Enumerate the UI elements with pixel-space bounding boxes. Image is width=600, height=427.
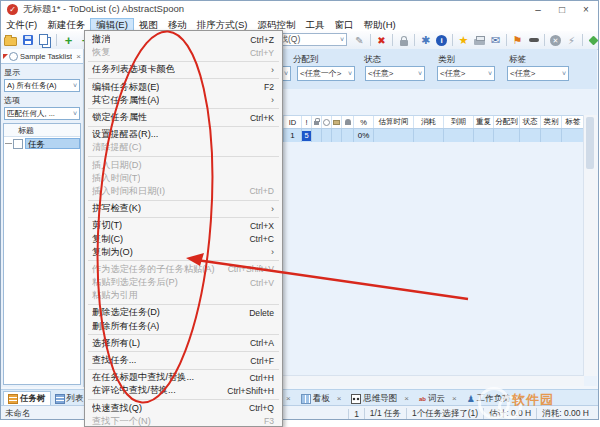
bolt-icon[interactable]: ⚡ [565, 34, 578, 47]
menu-item-insert-date[interactable]: 插入日期(D) [85, 159, 282, 172]
menu-window[interactable]: 窗口 [329, 18, 358, 31]
show-dropdown[interactable]: A) 所有任务(A) [4, 79, 80, 92]
lock-icon[interactable] [397, 34, 410, 47]
tab-task-tree[interactable]: 任务树 [3, 391, 51, 406]
workload-icon: ♟ [467, 395, 475, 403]
title-column-header[interactable]: 标题 [4, 124, 80, 137]
tasklist-tab-close-icon[interactable]: × [76, 52, 81, 61]
tab-close-icon[interactable]: × [452, 394, 457, 403]
col-recurrence[interactable]: 重复 [474, 116, 494, 128]
window-title: 无标题1* - ToDoList (c) AbstractSpoon [23, 3, 184, 16]
save-icon[interactable] [21, 34, 34, 47]
menu-item-undo[interactable]: 撤消Ctrl+Z [85, 33, 282, 46]
menu-item-copy-as[interactable]: 复制为(O) [85, 246, 282, 259]
menu-item-paste-as-reference[interactable]: 粘贴为引用 [85, 289, 282, 302]
tab-kanban[interactable]: 看板 [297, 393, 334, 405]
chevron-down-icon[interactable] [340, 36, 344, 43]
tasklist-tab[interactable]: Sample Tasklist × [1, 49, 83, 64]
offline-icon[interactable]: ✕ [549, 34, 562, 47]
filter-dropdown-tags[interactable]: <任意> [507, 66, 569, 81]
filter-dropdown-status[interactable]: <任意> [365, 66, 425, 81]
menu-item-copy[interactable]: 复制(C)Ctrl+C [85, 232, 282, 245]
link-icon[interactable] [527, 34, 540, 47]
menu-item-insert-datetime[interactable]: 插入时间和日期(I)Ctrl+D [85, 185, 282, 198]
menu-item-find-replace-in-titles[interactable]: 在任务标题中查找/替换...Ctrl+H [85, 371, 282, 384]
col-lock-icon[interactable] [312, 116, 322, 128]
open-tasklist-icon[interactable] [4, 34, 17, 47]
menu-item-other-task-attributes[interactable]: 其它任务属性(A) [85, 94, 282, 107]
menu-item-find-replace-in-comments[interactable]: 在评论中查找/替换...Ctrl+Shift+H [85, 384, 282, 397]
col-priority[interactable]: ! [302, 116, 312, 128]
filter-dropdown-category[interactable]: <任意> [437, 66, 495, 81]
task-tree-row[interactable]: 任务 [4, 137, 80, 150]
menu-item-paste-after-selected[interactable]: 粘贴到选定任务后(P)Ctrl+V [85, 276, 282, 289]
menu-item-lock-task-attributes[interactable]: 锁定任务属性Ctrl+K [85, 111, 282, 124]
chevron-down-icon [418, 70, 422, 77]
menu-item-cut[interactable]: 剪切(T)Ctrl+X [85, 219, 282, 232]
col-reminder-icon[interactable] [342, 116, 354, 128]
maximize-button[interactable]: □ [550, 1, 574, 18]
info-icon[interactable]: i [435, 34, 448, 47]
menu-item-delete-all-tasks[interactable]: 删除所有任务(A) [85, 320, 282, 333]
tab-label: 思维导图 [363, 393, 397, 405]
menu-item-set-reminder[interactable]: 设置提醒器(R)... [85, 128, 282, 141]
close-button[interactable]: × [574, 1, 598, 18]
menu-item-select-all[interactable]: 选择所有(L)Ctrl+A [85, 337, 282, 350]
filter-dropdown-allocated[interactable]: <任意一个> [297, 66, 355, 81]
minimize-button[interactable]: – [526, 1, 550, 18]
tab-wordcloud[interactable]: ab 词云 [415, 393, 449, 405]
menu-item-find-tasks[interactable]: 查找任务...Ctrl+F [85, 354, 282, 367]
tab-close-icon[interactable]: × [286, 394, 291, 403]
col-time-spent[interactable]: 消耗 [414, 116, 444, 128]
tag-icon[interactable] [587, 34, 599, 47]
menu-item-spell-check[interactable]: 拼写检查(K) [85, 202, 282, 215]
menu-separator [88, 351, 279, 352]
col-tags[interactable]: 标签 [562, 116, 584, 128]
col-percent[interactable]: % [354, 116, 374, 128]
new-task-icon[interactable]: + [62, 34, 75, 47]
task-checkbox[interactable] [13, 139, 23, 149]
settings-gear-icon[interactable]: ✱ [419, 34, 432, 47]
flag-icon[interactable]: ⚑ [511, 34, 524, 47]
copy-icon[interactable] [38, 34, 51, 47]
menu-item-redo[interactable]: 恢复Ctrl+Y [85, 46, 282, 59]
menu-new-task[interactable]: 新建任务 [42, 18, 90, 31]
menu-separator [88, 108, 279, 109]
tab-workload[interactable]: ♟ 工作负荷 [463, 393, 515, 405]
col-status[interactable]: 状态 [520, 116, 541, 128]
tab-close-icon[interactable]: × [518, 394, 523, 403]
tab-close-icon[interactable]: × [404, 394, 409, 403]
vertical-scrollbar[interactable] [583, 115, 597, 376]
tab-list-view[interactable]: 列表 [51, 391, 88, 406]
email-icon[interactable]: ✉ [489, 34, 502, 47]
col-recurrence-icon[interactable] [322, 116, 332, 128]
col-filelink-icon[interactable] [332, 116, 342, 128]
menu-item-quick-find[interactable]: 快速查找(Q)Ctrl+Q [85, 402, 282, 415]
menu-item-find-next[interactable]: 查找下一个(N)F3 [85, 415, 282, 427]
menu-item-insert-time[interactable]: 插入时间(T) [85, 172, 282, 185]
menu-item-paste-as-subtask[interactable]: 作为选定任务的子任务粘贴(A)Ctrl+Shift+V [85, 263, 282, 276]
col-allocated[interactable]: 分配到 [494, 116, 520, 128]
highlight-pen-icon[interactable]: ✎ [353, 34, 366, 47]
menu-tools[interactable]: 工具 [300, 18, 329, 31]
menu-item-edit-task-title[interactable]: 编辑任务标题(E)F2 [85, 81, 282, 94]
menu-item-tasklist-tab-color[interactable]: 任务列表选项卡颜色 [85, 63, 282, 76]
col-id[interactable]: ID [284, 116, 302, 128]
delete-task-icon[interactable]: ✖ [375, 34, 388, 47]
menu-item-clear-reminder[interactable]: 清除提醒(C) [85, 141, 282, 154]
scrollbar-thumb[interactable] [586, 117, 594, 169]
tab-close-icon[interactable]: × [337, 394, 342, 403]
print-icon[interactable] [473, 34, 486, 47]
options-dropdown[interactable]: 匹配任何人, ... [4, 107, 80, 120]
task-tree-label[interactable]: 任务 [25, 138, 80, 149]
col-due[interactable]: 到期 [444, 116, 474, 128]
tree-expander[interactable] [5, 143, 12, 144]
menu-separator [88, 334, 279, 335]
menu-file[interactable]: 文件(F) [1, 18, 42, 31]
tab-mindmap[interactable]: 思维导图 [347, 393, 401, 405]
col-time-estimate[interactable]: 估算时间 [374, 116, 414, 128]
star-icon[interactable]: ★ [457, 34, 470, 47]
menu-help[interactable]: 帮助(H) [358, 18, 400, 31]
col-category[interactable]: 类别 [541, 116, 562, 128]
menu-item-delete-selected-task[interactable]: 删除选定任务(D)Delete [85, 306, 282, 319]
